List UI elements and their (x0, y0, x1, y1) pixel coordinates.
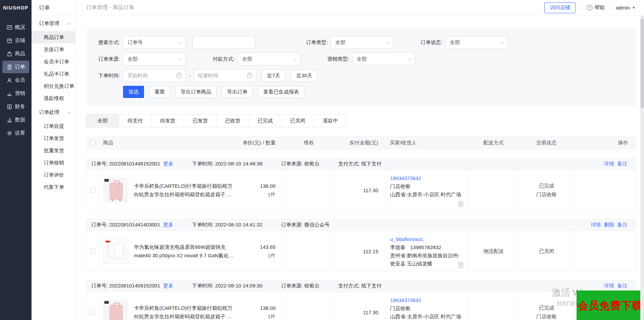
order-time-group: 下单时间: 2022-08-10 14:48:38 (192, 161, 263, 167)
row-checkbox[interactable] (90, 310, 95, 315)
order-card: 订单号: 202208101409152001更多 下单时间: 2022-08-… (86, 280, 636, 320)
detail-link[interactable]: 详情 (604, 161, 614, 167)
export-orders-button[interactable]: 导出订单 (222, 86, 253, 98)
submenu-item-refund-rights[interactable]: 退款维权 (32, 92, 75, 104)
nav-item-shop[interactable]: 店铺 (2, 34, 29, 47)
copy-icon[interactable] (459, 262, 463, 268)
submenu-item-goods-orders[interactable]: 商品订单 (32, 31, 75, 43)
user-menu[interactable]: admin ▼ (616, 5, 635, 11)
submenu-item-order-reviews[interactable]: 订单评价 (32, 169, 75, 181)
export-order-goods-button[interactable]: 导出订单商品 (175, 86, 217, 98)
status-tabs: 全部 待支付 待发货 已发货 已收货 已完成 已关闭 退款中 (86, 114, 347, 127)
order-actions: 详情 备注 (604, 283, 627, 289)
buyer-account-link[interactable]: 18634373642 (390, 297, 421, 303)
main-area: 订单管理 - 商品订单 访问店铺 ? 帮助 admin ▼ 搜索方式: (76, 0, 644, 320)
reset-button[interactable]: 重置 (149, 86, 170, 98)
detail-link[interactable]: 详情 (591, 222, 601, 228)
more-link[interactable]: 更多 (163, 161, 174, 166)
tab-closed[interactable]: 已关闭 (282, 115, 314, 127)
submenu-item-order-pickup[interactable]: 订单自提 (32, 120, 75, 132)
submenu-item-batch-shipping[interactable]: 批量发货 (32, 144, 75, 157)
nav-item-settings[interactable]: 设置 (2, 127, 29, 139)
submenu-item-giftcard-orders[interactable]: 礼品卡订单 (32, 68, 75, 80)
marketing-type-select[interactable]: 全部 (352, 53, 415, 65)
remark-link[interactable]: 备注 (617, 222, 627, 228)
tab-completed[interactable]: 已完成 (249, 115, 282, 127)
visit-shop-button[interactable]: 访问店铺 (544, 2, 576, 13)
row-checkbox[interactable] (90, 188, 95, 193)
product-title: 华为氮化镓超薄充电器原装66W超级快充mate40 30 p50pro X2 n… (134, 243, 237, 260)
remark-link[interactable]: 备注 (617, 161, 627, 167)
brand-logo: NIUSHOP (0, 0, 32, 16)
tab-shipped[interactable]: 已发货 (184, 115, 217, 127)
chevron-down-icon (293, 57, 297, 60)
dashboard-icon (6, 24, 13, 31)
buyer-phone: 13985782832 (410, 244, 441, 250)
order-status-select[interactable]: 全部 (445, 36, 508, 49)
tab-refunding[interactable]: 退款中 (314, 115, 347, 127)
submenu-item-order-verification[interactable]: 订单核销 (32, 157, 75, 169)
buyer-name: 门店收银 (390, 183, 410, 189)
submenu-group-order-management[interactable]: 订单管理 (32, 16, 75, 31)
select-value: 全部 (335, 39, 345, 46)
nav-item-finance[interactable]: 财务 (2, 100, 29, 113)
goods-icon (6, 51, 13, 57)
order-pay-group: 支付方式: 线下支付 (338, 283, 382, 289)
order-pay: 线下支付 (361, 283, 382, 288)
tab-received[interactable]: 已收货 (217, 115, 249, 127)
tab-pending-shipment[interactable]: 待发货 (152, 115, 184, 127)
last-30-days-button[interactable]: 近30天 (291, 69, 318, 82)
order-source: 收银台 (304, 283, 320, 288)
paid-amount: 117.30 (331, 170, 385, 211)
order-type-select[interactable]: 全部 (331, 36, 394, 49)
delete-link[interactable]: 删除 (604, 222, 614, 228)
help-menu[interactable]: ? 帮助 (587, 4, 605, 11)
copy-icon[interactable] (459, 201, 463, 207)
last-7-days-button[interactable]: 近7天 (262, 69, 285, 82)
start-date-input[interactable]: 开始时间 (123, 69, 186, 82)
ops-cell (575, 170, 637, 211)
submenu-item-proxy-order[interactable]: 代客下单 (32, 181, 75, 193)
more-link[interactable]: 更多 (163, 283, 174, 288)
status-main: 已完成 (539, 303, 554, 312)
submenu-item-membercard-orders[interactable]: 会员卡订单 (32, 56, 75, 68)
date-range-separator: - (189, 73, 190, 79)
submenu-group-order-processing[interactable]: 订单处理 (32, 104, 75, 120)
nav-item-orders[interactable]: 订单 (2, 61, 29, 73)
order-row: 华为氮化镓超薄充电器原装66W超级快充mate40 30 p50pro X2 n… (86, 231, 636, 272)
scrollbar-thumb[interactable] (641, 19, 644, 108)
order-header: 订单号: 202208101441403001更多 下单时间: 2022-08-… (86, 219, 636, 231)
end-date-input[interactable]: 结束时间 (194, 69, 256, 82)
nav-item-members[interactable]: 会员 (2, 74, 29, 86)
detail-link[interactable]: 详情 (604, 283, 614, 289)
content: 搜索方式: 订单号 订单类型: 全部 订单状态: 全部 (76, 16, 644, 320)
select-all-checkbox[interactable] (90, 140, 95, 145)
order-source-select[interactable]: 全部 (123, 53, 186, 65)
view-generated-reports-button[interactable]: 查看已生成报表 (258, 86, 304, 98)
submenu-item-recharge-orders[interactable]: 充值订单 (32, 43, 75, 56)
submenu-group-label: 订单管理 (39, 20, 59, 27)
nav-item-overview[interactable]: 概况 (2, 21, 29, 34)
order-header: 订单号: 202208101448152001更多 下单时间: 2022-08-… (86, 158, 636, 170)
nav-item-marketing[interactable]: 营销 (2, 87, 29, 100)
buyer-account-link[interactable]: u_56afkmvwzL (390, 236, 424, 242)
vertical-scrollbar[interactable] (640, 16, 644, 320)
buyer-account-link[interactable]: 18634373642 (390, 175, 421, 181)
keyword-input[interactable] (193, 36, 255, 49)
tab-all[interactable]: 全部 (86, 115, 119, 127)
nav-item-goods[interactable]: 商品 (2, 47, 29, 60)
buyer-cell: u_56afkmvwzL 李德春13985782832 贵州省-黔南布依族苗族自… (385, 231, 469, 272)
remark-link[interactable]: 备注 (617, 283, 627, 289)
product-qty: 1件 (260, 312, 276, 320)
tab-pending-payment[interactable]: 待支付 (119, 115, 152, 127)
filter-button[interactable]: 筛选 (123, 86, 144, 98)
member-free-download-badge[interactable]: 会员免费下载 (577, 291, 644, 320)
pay-method-select[interactable]: 全部 (238, 53, 300, 65)
submenu-item-order-shipping[interactable]: 订单发货 (32, 132, 75, 144)
order-time-label: 下单时间: (94, 73, 120, 79)
nav-item-data[interactable]: 数据 (2, 114, 29, 126)
row-checkbox[interactable] (90, 249, 95, 254)
submenu-item-points-orders[interactable]: 积分兑换订单 (32, 80, 75, 92)
search-method-select[interactable]: 订单号 (123, 36, 186, 49)
more-link[interactable]: 更多 (163, 222, 174, 227)
